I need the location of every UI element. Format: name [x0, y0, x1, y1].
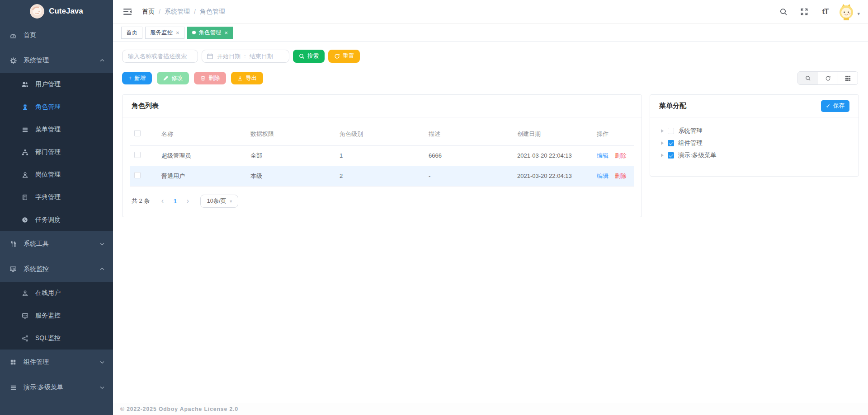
sidebar-item-label: 组件管理: [24, 358, 49, 366]
sidebar-item-label: 服务监控: [35, 312, 61, 320]
menu-assign-card: 菜单分配 ✓ 保存 系统管理: [650, 94, 859, 177]
tree-node-label: 系统管理: [678, 127, 703, 135]
close-icon[interactable]: ×: [176, 30, 179, 36]
edit-link[interactable]: 编辑: [597, 173, 609, 179]
column-settings-button[interactable]: [838, 72, 858, 84]
logo[interactable]: CuteJava: [0, 0, 113, 23]
sidebar-item-role-mgmt[interactable]: 角色管理: [0, 96, 113, 118]
date-range-picker[interactable]: 开始日期 : 结束日期: [202, 50, 289, 63]
server-monitor-icon: [21, 312, 29, 319]
tab-role-mgmt[interactable]: 角色管理 ×: [187, 27, 233, 39]
save-button[interactable]: ✓ 保存: [821, 100, 849, 112]
column-header-scope: 数据权限: [246, 123, 335, 145]
topbar: 首页 / 系统管理 / 角色管理 tT: [113, 0, 868, 24]
sidebar-item-system-tools[interactable]: 系统工具: [0, 231, 113, 256]
row-checkbox[interactable]: [134, 172, 141, 178]
pagination: 共 2 条 ‹ 1 › 10条/页 ▾: [130, 195, 634, 208]
edit-link[interactable]: 编辑: [597, 152, 609, 159]
sidebar-item-label: 系统监控: [24, 265, 49, 273]
sidebar-item-post-mgmt[interactable]: 岗位管理: [0, 163, 113, 186]
sidebar-item-demo-multilevel[interactable]: 演示:多级菜单: [0, 375, 113, 400]
table-row[interactable]: 普通用户 本级 2 - 2021-03-20 22:04:13 编辑 删除: [130, 166, 634, 186]
table-header-row: 名称 数据权限 角色级别 描述 创建日期 操作: [130, 123, 634, 145]
sidebar-item-label: 角色管理: [35, 103, 61, 111]
user-menu[interactable]: ▾: [838, 3, 860, 20]
prev-page-icon[interactable]: ‹: [156, 195, 169, 207]
tree-node-system-mgmt[interactable]: 系统管理: [661, 125, 849, 137]
tree-node-component-mgmt[interactable]: 组件管理: [661, 137, 849, 149]
dashboard-icon: [9, 32, 17, 39]
list-icon: [21, 126, 29, 133]
online-user-icon: [21, 289, 29, 297]
tree-expand-icon[interactable]: [661, 141, 664, 145]
sidebar-item-dict-mgmt[interactable]: 字典管理: [0, 186, 113, 209]
action-bar: + 新增 修改 删除 导出: [122, 72, 859, 84]
avatar[interactable]: [838, 3, 855, 20]
toggle-search-button[interactable]: [798, 72, 818, 84]
tree-node-demo-multilevel[interactable]: 演示:多级菜单: [661, 149, 849, 161]
column-header-actions: 操作: [592, 123, 634, 145]
tree-checkbox[interactable]: [668, 152, 674, 159]
page-number[interactable]: 1: [169, 195, 181, 207]
search-button[interactable]: 搜索: [293, 50, 325, 63]
sidebar-item-system-monitor[interactable]: 系统监控: [0, 256, 113, 282]
row-checkbox[interactable]: [134, 152, 141, 158]
delete-link[interactable]: 删除: [615, 152, 627, 159]
cell-name: 普通用户: [157, 166, 246, 186]
sidebar-item-online-users[interactable]: 在线用户: [0, 282, 113, 304]
export-button[interactable]: 导出: [231, 72, 263, 84]
breadcrumb-home[interactable]: 首页: [142, 8, 155, 16]
date-start-placeholder: 开始日期: [217, 52, 241, 61]
refresh-table-button[interactable]: [818, 72, 838, 84]
delete-link[interactable]: 删除: [615, 173, 627, 179]
logo-avatar-icon: [30, 4, 44, 19]
page-content: 开始日期 : 结束日期 搜索 重置 + 新增: [113, 42, 868, 403]
chevron-down-icon: [99, 385, 105, 390]
tree-expand-icon[interactable]: [661, 154, 664, 157]
breadcrumb-current: 角色管理: [200, 8, 225, 16]
add-button-label: 新增: [134, 75, 146, 82]
sidebar-item-label: SQL监控: [35, 334, 61, 342]
sidebar-collapse-icon[interactable]: [120, 5, 135, 19]
sidebar-item-task-schedule[interactable]: 任务调度: [0, 209, 113, 231]
select-all-checkbox[interactable]: [134, 130, 141, 136]
share-nodes-icon: [21, 335, 29, 342]
tab-home[interactable]: 首页: [121, 27, 142, 39]
gear-icon: [9, 57, 17, 64]
add-button[interactable]: + 新增: [122, 72, 152, 84]
search-icon[interactable]: [775, 4, 792, 20]
tab-server-monitor[interactable]: 服务监控 ×: [145, 27, 184, 39]
main-area: 首页 / 系统管理 / 角色管理 tT: [113, 0, 868, 415]
sitemap-icon: [21, 149, 29, 156]
sidebar-item-server-monitor[interactable]: 服务监控: [0, 304, 113, 327]
users-icon: [21, 81, 29, 88]
cell-name: 超级管理员: [157, 145, 246, 166]
book-icon: [21, 194, 29, 201]
fullscreen-icon[interactable]: [796, 4, 812, 20]
sidebar-item-user-mgmt[interactable]: 用户管理: [0, 73, 113, 96]
page-size-select[interactable]: 10条/页 ▾: [200, 195, 238, 208]
footer: © 2022-2025 Odboy Apache License 2.0: [113, 403, 868, 415]
refresh-icon: [825, 75, 831, 81]
edit-button[interactable]: 修改: [157, 72, 189, 84]
sidebar-item-system-mgmt[interactable]: 系统管理: [0, 48, 113, 73]
tree-checkbox[interactable]: [668, 140, 674, 146]
reset-button[interactable]: 重置: [328, 50, 360, 63]
chevron-up-icon: [99, 266, 105, 272]
sidebar-item-label: 演示:多级菜单: [24, 383, 63, 392]
sidebar-item-sql-monitor[interactable]: SQL监控: [0, 327, 113, 350]
search-input[interactable]: [122, 50, 198, 63]
tree-expand-icon[interactable]: [661, 129, 664, 133]
close-icon[interactable]: ×: [225, 30, 228, 36]
next-page-icon[interactable]: ›: [181, 195, 194, 207]
sidebar-item-menu-mgmt[interactable]: 菜单管理: [0, 118, 113, 141]
sidebar-item-home[interactable]: 首页: [0, 23, 113, 48]
sidebar-item-dept-mgmt[interactable]: 部门管理: [0, 141, 113, 163]
sidebar-item-component-mgmt[interactable]: 组件管理: [0, 350, 113, 375]
tab-label: 服务监控: [150, 29, 173, 37]
font-size-icon[interactable]: tT: [817, 4, 833, 20]
delete-button[interactable]: 删除: [194, 72, 226, 84]
table-row[interactable]: 超级管理员 全部 1 6666 2021-03-20 22:04:13 编辑 删…: [130, 145, 634, 166]
menu-card-header: 菜单分配 ✓ 保存: [650, 95, 859, 117]
tree-checkbox[interactable]: [668, 128, 674, 134]
